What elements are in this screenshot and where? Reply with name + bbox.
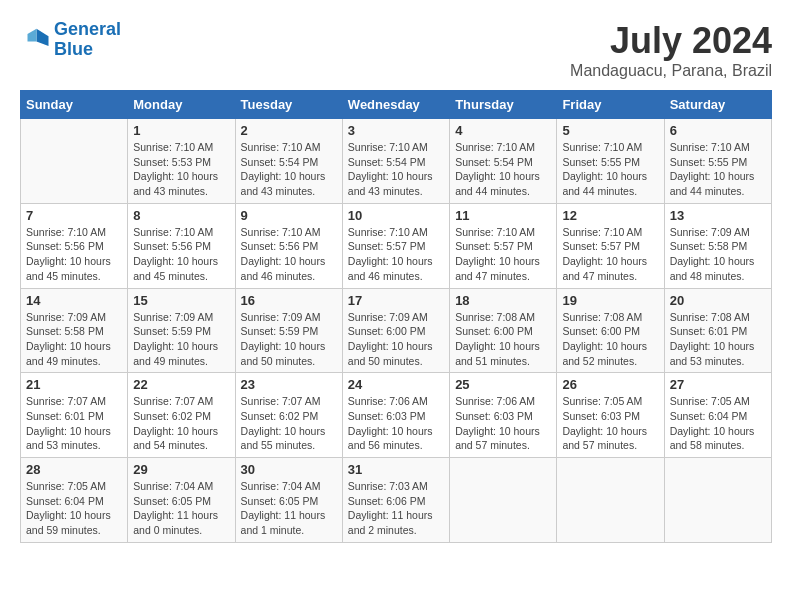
- calendar-cell: 24Sunrise: 7:06 AM Sunset: 6:03 PM Dayli…: [342, 373, 449, 458]
- day-info: Sunrise: 7:07 AM Sunset: 6:01 PM Dayligh…: [26, 394, 122, 453]
- day-info: Sunrise: 7:10 AM Sunset: 5:57 PM Dayligh…: [348, 225, 444, 284]
- calendar-cell: 26Sunrise: 7:05 AM Sunset: 6:03 PM Dayli…: [557, 373, 664, 458]
- calendar-cell: 28Sunrise: 7:05 AM Sunset: 6:04 PM Dayli…: [21, 458, 128, 543]
- calendar-cell: 22Sunrise: 7:07 AM Sunset: 6:02 PM Dayli…: [128, 373, 235, 458]
- col-header-wednesday: Wednesday: [342, 91, 449, 119]
- calendar-cell: 7Sunrise: 7:10 AM Sunset: 5:56 PM Daylig…: [21, 203, 128, 288]
- calendar-cell: 10Sunrise: 7:10 AM Sunset: 5:57 PM Dayli…: [342, 203, 449, 288]
- day-number: 14: [26, 293, 122, 308]
- day-number: 29: [133, 462, 229, 477]
- day-number: 23: [241, 377, 337, 392]
- day-number: 4: [455, 123, 551, 138]
- day-info: Sunrise: 7:08 AM Sunset: 6:01 PM Dayligh…: [670, 310, 766, 369]
- day-number: 17: [348, 293, 444, 308]
- day-number: 8: [133, 208, 229, 223]
- calendar-cell: 5Sunrise: 7:10 AM Sunset: 5:55 PM Daylig…: [557, 119, 664, 204]
- calendar-cell: 30Sunrise: 7:04 AM Sunset: 6:05 PM Dayli…: [235, 458, 342, 543]
- calendar-cell: 25Sunrise: 7:06 AM Sunset: 6:03 PM Dayli…: [450, 373, 557, 458]
- calendar-cell: 8Sunrise: 7:10 AM Sunset: 5:56 PM Daylig…: [128, 203, 235, 288]
- logo-icon: [20, 25, 50, 55]
- calendar-cell: 17Sunrise: 7:09 AM Sunset: 6:00 PM Dayli…: [342, 288, 449, 373]
- day-number: 30: [241, 462, 337, 477]
- day-number: 7: [26, 208, 122, 223]
- day-number: 22: [133, 377, 229, 392]
- day-number: 27: [670, 377, 766, 392]
- subtitle: Mandaguacu, Parana, Brazil: [570, 62, 772, 80]
- day-info: Sunrise: 7:10 AM Sunset: 5:57 PM Dayligh…: [455, 225, 551, 284]
- calendar-cell: [21, 119, 128, 204]
- calendar-cell: 19Sunrise: 7:08 AM Sunset: 6:00 PM Dayli…: [557, 288, 664, 373]
- day-number: 12: [562, 208, 658, 223]
- day-number: 5: [562, 123, 658, 138]
- day-info: Sunrise: 7:07 AM Sunset: 6:02 PM Dayligh…: [133, 394, 229, 453]
- day-info: Sunrise: 7:10 AM Sunset: 5:56 PM Dayligh…: [26, 225, 122, 284]
- day-number: 19: [562, 293, 658, 308]
- calendar-table: SundayMondayTuesdayWednesdayThursdayFrid…: [20, 90, 772, 543]
- calendar-cell: 13Sunrise: 7:09 AM Sunset: 5:58 PM Dayli…: [664, 203, 771, 288]
- day-info: Sunrise: 7:03 AM Sunset: 6:06 PM Dayligh…: [348, 479, 444, 538]
- day-info: Sunrise: 7:08 AM Sunset: 6:00 PM Dayligh…: [455, 310, 551, 369]
- calendar-cell: 9Sunrise: 7:10 AM Sunset: 5:56 PM Daylig…: [235, 203, 342, 288]
- day-number: 26: [562, 377, 658, 392]
- calendar-cell: 4Sunrise: 7:10 AM Sunset: 5:54 PM Daylig…: [450, 119, 557, 204]
- calendar-cell: 16Sunrise: 7:09 AM Sunset: 5:59 PM Dayli…: [235, 288, 342, 373]
- calendar-cell: 23Sunrise: 7:07 AM Sunset: 6:02 PM Dayli…: [235, 373, 342, 458]
- day-number: 1: [133, 123, 229, 138]
- calendar-cell: 15Sunrise: 7:09 AM Sunset: 5:59 PM Dayli…: [128, 288, 235, 373]
- day-number: 16: [241, 293, 337, 308]
- calendar-cell: 29Sunrise: 7:04 AM Sunset: 6:05 PM Dayli…: [128, 458, 235, 543]
- day-number: 20: [670, 293, 766, 308]
- calendar-cell: 6Sunrise: 7:10 AM Sunset: 5:55 PM Daylig…: [664, 119, 771, 204]
- day-number: 15: [133, 293, 229, 308]
- week-row-5: 28Sunrise: 7:05 AM Sunset: 6:04 PM Dayli…: [21, 458, 772, 543]
- day-number: 24: [348, 377, 444, 392]
- day-info: Sunrise: 7:06 AM Sunset: 6:03 PM Dayligh…: [455, 394, 551, 453]
- calendar-header-row: SundayMondayTuesdayWednesdayThursdayFrid…: [21, 91, 772, 119]
- calendar-cell: 1Sunrise: 7:10 AM Sunset: 5:53 PM Daylig…: [128, 119, 235, 204]
- day-number: 10: [348, 208, 444, 223]
- week-row-2: 7Sunrise: 7:10 AM Sunset: 5:56 PM Daylig…: [21, 203, 772, 288]
- main-title: July 2024: [570, 20, 772, 62]
- day-info: Sunrise: 7:09 AM Sunset: 5:59 PM Dayligh…: [133, 310, 229, 369]
- day-info: Sunrise: 7:06 AM Sunset: 6:03 PM Dayligh…: [348, 394, 444, 453]
- calendar-cell: 3Sunrise: 7:10 AM Sunset: 5:54 PM Daylig…: [342, 119, 449, 204]
- logo-general: General: [54, 19, 121, 39]
- day-number: 11: [455, 208, 551, 223]
- calendar-cell: [664, 458, 771, 543]
- day-info: Sunrise: 7:07 AM Sunset: 6:02 PM Dayligh…: [241, 394, 337, 453]
- day-info: Sunrise: 7:09 AM Sunset: 6:00 PM Dayligh…: [348, 310, 444, 369]
- calendar-cell: 21Sunrise: 7:07 AM Sunset: 6:01 PM Dayli…: [21, 373, 128, 458]
- calendar-cell: 2Sunrise: 7:10 AM Sunset: 5:54 PM Daylig…: [235, 119, 342, 204]
- calendar-cell: 14Sunrise: 7:09 AM Sunset: 5:58 PM Dayli…: [21, 288, 128, 373]
- day-number: 3: [348, 123, 444, 138]
- week-row-1: 1Sunrise: 7:10 AM Sunset: 5:53 PM Daylig…: [21, 119, 772, 204]
- logo-blue: Blue: [54, 39, 93, 59]
- day-number: 31: [348, 462, 444, 477]
- calendar-cell: [557, 458, 664, 543]
- day-number: 9: [241, 208, 337, 223]
- day-info: Sunrise: 7:10 AM Sunset: 5:55 PM Dayligh…: [562, 140, 658, 199]
- calendar-cell: 20Sunrise: 7:08 AM Sunset: 6:01 PM Dayli…: [664, 288, 771, 373]
- day-info: Sunrise: 7:10 AM Sunset: 5:53 PM Dayligh…: [133, 140, 229, 199]
- day-info: Sunrise: 7:05 AM Sunset: 6:04 PM Dayligh…: [26, 479, 122, 538]
- logo: General Blue: [20, 20, 121, 60]
- day-number: 18: [455, 293, 551, 308]
- page-header: General Blue July 2024 Mandaguacu, Paran…: [20, 20, 772, 80]
- day-info: Sunrise: 7:10 AM Sunset: 5:56 PM Dayligh…: [133, 225, 229, 284]
- day-info: Sunrise: 7:09 AM Sunset: 5:58 PM Dayligh…: [26, 310, 122, 369]
- day-number: 21: [26, 377, 122, 392]
- day-info: Sunrise: 7:04 AM Sunset: 6:05 PM Dayligh…: [241, 479, 337, 538]
- day-info: Sunrise: 7:09 AM Sunset: 5:59 PM Dayligh…: [241, 310, 337, 369]
- day-number: 13: [670, 208, 766, 223]
- week-row-4: 21Sunrise: 7:07 AM Sunset: 6:01 PM Dayli…: [21, 373, 772, 458]
- day-number: 2: [241, 123, 337, 138]
- day-number: 25: [455, 377, 551, 392]
- col-header-saturday: Saturday: [664, 91, 771, 119]
- calendar-cell: 12Sunrise: 7:10 AM Sunset: 5:57 PM Dayli…: [557, 203, 664, 288]
- day-info: Sunrise: 7:10 AM Sunset: 5:56 PM Dayligh…: [241, 225, 337, 284]
- calendar-cell: 27Sunrise: 7:05 AM Sunset: 6:04 PM Dayli…: [664, 373, 771, 458]
- day-info: Sunrise: 7:10 AM Sunset: 5:55 PM Dayligh…: [670, 140, 766, 199]
- day-info: Sunrise: 7:09 AM Sunset: 5:58 PM Dayligh…: [670, 225, 766, 284]
- col-header-friday: Friday: [557, 91, 664, 119]
- day-info: Sunrise: 7:10 AM Sunset: 5:54 PM Dayligh…: [241, 140, 337, 199]
